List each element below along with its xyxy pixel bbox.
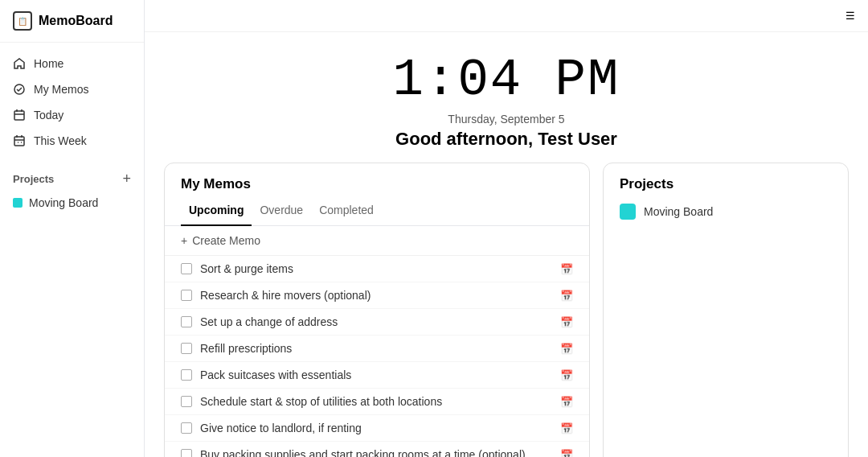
sidebar-item-today-label: Today bbox=[34, 109, 63, 121]
projects-card: Projects Moving Board bbox=[603, 163, 849, 457]
calendar-icon: 📅 bbox=[560, 396, 573, 408]
sidebar: 📋 MemoBoard Home My Memos Today This Wee… bbox=[0, 0, 145, 457]
memos-card-title: My Memos bbox=[165, 163, 589, 192]
memo-text: Pack suitcases with essentials bbox=[200, 368, 351, 381]
menu-button[interactable]: ☰ bbox=[845, 10, 855, 22]
sidebar-item-my-memos-label: My Memos bbox=[34, 83, 88, 96]
sidebar-nav: Home My Memos Today This Week bbox=[0, 43, 144, 162]
tab-completed[interactable]: Completed bbox=[311, 200, 382, 226]
memo-text: Schedule start & stop of utilities at bo… bbox=[200, 395, 442, 408]
svg-rect-1 bbox=[14, 111, 24, 120]
memo-item[interactable]: Pack suitcases with essentials 📅 bbox=[165, 362, 589, 389]
memo-list: Sort & purge items 📅 Research & hire mov… bbox=[165, 256, 589, 457]
calendar-icon: 📅 bbox=[560, 290, 573, 302]
main-content: ☰ 1:04 PM Thursday, September 5 Good aft… bbox=[145, 0, 868, 457]
project-card-item-moving-board[interactable]: Moving Board bbox=[620, 204, 832, 220]
calendar-icon: 📅 bbox=[560, 316, 573, 328]
memo-item[interactable]: Refill prescriptions 📅 bbox=[165, 336, 589, 362]
sidebar-item-home-label: Home bbox=[34, 57, 63, 70]
memo-text: Refill prescriptions bbox=[200, 342, 292, 355]
memo-item[interactable]: Set up a change of address 📅 bbox=[165, 309, 589, 336]
sidebar-item-my-memos[interactable]: My Memos bbox=[0, 76, 144, 102]
home-icon bbox=[13, 57, 26, 70]
sidebar-item-this-week[interactable]: This Week bbox=[0, 128, 144, 154]
app-title: MemoBoard bbox=[39, 14, 113, 28]
memo-item[interactable]: Sort & purge items 📅 bbox=[165, 256, 589, 282]
hamburger-icon: ☰ bbox=[845, 10, 855, 22]
memo-checkbox[interactable] bbox=[181, 316, 192, 327]
svg-rect-2 bbox=[14, 137, 24, 146]
create-memo-label: Create Memo bbox=[192, 234, 260, 247]
clock-date: Thursday, September 5 bbox=[145, 113, 868, 126]
create-memo-row[interactable]: + Create Memo bbox=[165, 226, 589, 256]
memo-text: Set up a change of address bbox=[200, 315, 338, 328]
memo-item[interactable]: Buy packing supplies and start packing r… bbox=[165, 442, 589, 457]
memo-text: Give notice to landlord, if renting bbox=[200, 422, 362, 434]
clock-time: 1:04 PM bbox=[145, 51, 868, 109]
sidebar-item-today[interactable]: Today bbox=[0, 102, 144, 128]
memo-checkbox[interactable] bbox=[181, 343, 192, 354]
calendar-icon: 📅 bbox=[560, 343, 573, 355]
memos-tabs: Upcoming Overdue Completed bbox=[165, 192, 589, 226]
topbar: ☰ bbox=[145, 0, 868, 32]
memo-checkbox[interactable] bbox=[181, 449, 192, 457]
calendar-icon: 📅 bbox=[560, 369, 573, 381]
calendar-week-icon bbox=[13, 134, 26, 147]
sidebar-item-this-week-label: This Week bbox=[34, 134, 87, 147]
sidebar-item-home[interactable]: Home bbox=[0, 51, 144, 76]
memo-checkbox[interactable] bbox=[181, 422, 192, 434]
clock-area: 1:04 PM Thursday, September 5 Good after… bbox=[145, 32, 868, 163]
memo-text: Research & hire movers (optional) bbox=[200, 289, 371, 302]
memo-item[interactable]: Schedule start & stop of utilities at bo… bbox=[165, 389, 589, 415]
projects-card-title: Projects bbox=[620, 176, 832, 192]
sidebar-header: 📋 MemoBoard bbox=[0, 0, 144, 43]
cards-area: My Memos Upcoming Overdue Completed + Cr… bbox=[145, 163, 868, 457]
project-dot-moving-board bbox=[13, 198, 23, 208]
memo-checkbox[interactable] bbox=[181, 263, 192, 274]
calendar-icon: 📅 bbox=[560, 263, 573, 275]
sidebar-item-moving-board[interactable]: Moving Board bbox=[0, 191, 144, 215]
clock-greeting: Good afternoon, Test User bbox=[145, 129, 868, 150]
tab-upcoming[interactable]: Upcoming bbox=[181, 200, 252, 226]
memo-checkbox[interactable] bbox=[181, 369, 192, 381]
sidebar-project-moving-board-label: Moving Board bbox=[29, 196, 98, 209]
check-circle-icon bbox=[13, 83, 26, 96]
memo-item[interactable]: Research & hire movers (optional) 📅 bbox=[165, 282, 589, 309]
calendar-icon: 📅 bbox=[560, 422, 573, 434]
tab-overdue[interactable]: Overdue bbox=[252, 200, 311, 226]
projects-section-label: Projects bbox=[13, 173, 54, 185]
memo-text: Sort & purge items bbox=[200, 262, 293, 275]
project-card-item-label: Moving Board bbox=[644, 205, 713, 218]
calendar-icon bbox=[13, 109, 26, 121]
memos-card: My Memos Upcoming Overdue Completed + Cr… bbox=[164, 163, 590, 457]
memo-item[interactable]: Give notice to landlord, if renting 📅 bbox=[165, 415, 589, 442]
app-logo-icon: 📋 bbox=[13, 11, 32, 31]
plus-icon: + bbox=[181, 234, 187, 247]
project-card-dot bbox=[620, 204, 636, 220]
projects-section-header: Projects + bbox=[0, 162, 144, 191]
memo-text: Buy packing supplies and start packing r… bbox=[200, 448, 526, 457]
memo-checkbox[interactable] bbox=[181, 290, 192, 301]
calendar-icon: 📅 bbox=[560, 449, 573, 458]
add-project-button[interactable]: + bbox=[122, 171, 131, 186]
memo-checkbox[interactable] bbox=[181, 396, 192, 407]
